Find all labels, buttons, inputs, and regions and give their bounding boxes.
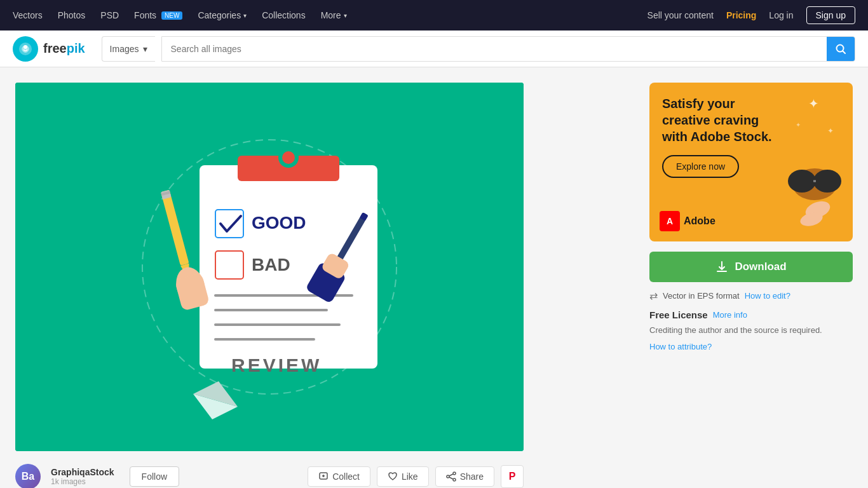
share-icon <box>446 471 456 482</box>
main-image: GOOD BAD REVIEW <box>15 83 524 451</box>
search-type-arrow-icon: ▾ <box>143 44 147 54</box>
adobe-logo-area: A Adobe <box>660 211 715 231</box>
adobe-logo-icon: A <box>660 211 680 231</box>
svg-text:BAD: BAD <box>252 255 290 274</box>
license-row: Free License More info <box>649 309 853 320</box>
svg-text:REVIEW: REVIEW <box>231 355 322 376</box>
nav-pricing[interactable]: Pricing <box>726 10 756 20</box>
nav-right-section: Sell your content Pricing Log in Sign up <box>648 6 855 24</box>
svg-point-48 <box>813 170 841 193</box>
svg-point-39 <box>453 478 456 481</box>
svg-point-11 <box>282 151 295 164</box>
search-input[interactable] <box>162 39 827 59</box>
adobe-ad: Satisfy your creative craving with Adobe… <box>649 83 853 241</box>
format-info: ⇄ Vector in EPS format How to edit? <box>649 290 853 302</box>
collect-button[interactable]: Collect <box>308 466 370 487</box>
share-button[interactable]: Share <box>435 466 494 487</box>
search-input-wrapper <box>161 36 855 62</box>
logo-icon <box>13 36 38 62</box>
svg-point-40 <box>447 475 449 478</box>
svg-point-47 <box>788 170 816 193</box>
ad-illustration: ✦ ✦ ✦ <box>751 83 853 241</box>
download-button[interactable]: Download <box>649 252 853 282</box>
svg-text:GOOD: GOOD <box>252 213 306 233</box>
nav-login[interactable]: Log in <box>769 10 793 20</box>
search-button[interactable] <box>827 36 855 62</box>
nav-photos[interactable]: Photos <box>58 10 86 20</box>
license-section: Free License More info Crediting the aut… <box>649 309 853 352</box>
collect-icon <box>318 471 329 482</box>
pinterest-icon: P <box>509 471 516 482</box>
svg-point-1 <box>24 45 27 49</box>
avatar: Ba <box>15 464 41 488</box>
more-info-link[interactable]: More info <box>713 310 747 320</box>
svg-text:✦: ✦ <box>796 121 801 128</box>
logo-text: freepik <box>43 41 85 56</box>
svg-text:✦: ✦ <box>808 97 819 111</box>
categories-arrow-icon: ▾ <box>243 12 247 19</box>
search-icon <box>835 43 846 55</box>
svg-text:✦: ✦ <box>827 126 834 135</box>
download-icon <box>715 261 728 273</box>
author-info: GraphiqaStock 1k images <box>51 467 114 486</box>
svg-rect-14 <box>215 251 243 279</box>
author-name[interactable]: GraphiqaStock <box>51 467 114 477</box>
nav-fonts[interactable]: Fonts NEW <box>134 10 182 20</box>
logo[interactable]: freepik <box>13 36 85 62</box>
right-sidebar: Satisfy your creative craving with Adobe… <box>649 83 853 488</box>
explore-now-button[interactable]: Explore now <box>662 155 739 178</box>
image-area: GOOD BAD REVIEW <box>15 83 634 488</box>
main-content: GOOD BAD REVIEW <box>0 67 868 488</box>
top-navigation: Vectors Photos PSD Fonts NEW Categories … <box>0 0 868 30</box>
more-arrow-icon: ▾ <box>344 12 347 19</box>
nav-signup[interactable]: Sign up <box>806 6 855 24</box>
pinterest-button[interactable]: P <box>501 465 524 488</box>
svg-line-41 <box>449 474 453 476</box>
nav-categories[interactable]: Categories ▾ <box>198 10 247 20</box>
nav-sell-content[interactable]: Sell your content <box>648 10 714 20</box>
how-to-edit-link[interactable]: How to edit? <box>745 291 790 301</box>
search-bar: freepik Images ▾ <box>0 30 868 67</box>
vector-icon: ⇄ <box>649 290 658 302</box>
author-image-count: 1k images <box>51 477 114 486</box>
how-to-attribute-link[interactable]: How to attribute? <box>649 342 712 351</box>
license-label: Free License <box>649 309 708 320</box>
search-type-label: Images <box>110 44 139 54</box>
like-button[interactable]: Like <box>377 466 429 487</box>
svg-line-42 <box>449 477 453 479</box>
action-buttons: Collect Like Share <box>308 465 524 488</box>
new-badge: NEW <box>161 11 182 20</box>
format-label: Vector in EPS format <box>663 291 740 301</box>
heart-icon <box>388 471 398 482</box>
bottom-bar: Ba GraphiqaStock 1k images Follow Collec… <box>15 456 524 488</box>
svg-line-3 <box>843 51 846 53</box>
adobe-logo-text: Adobe <box>684 215 715 227</box>
nav-vectors[interactable]: Vectors <box>13 10 43 20</box>
nav-collections[interactable]: Collections <box>262 10 305 20</box>
svg-point-38 <box>453 472 456 475</box>
nav-psd[interactable]: PSD <box>100 10 119 20</box>
search-type-select[interactable]: Images ▾ <box>102 36 155 62</box>
follow-button[interactable]: Follow <box>130 466 179 487</box>
nav-more[interactable]: More ▾ <box>321 10 347 20</box>
license-description: Crediting the author and the source is r… <box>649 324 853 337</box>
review-illustration: GOOD BAD REVIEW <box>15 83 524 451</box>
